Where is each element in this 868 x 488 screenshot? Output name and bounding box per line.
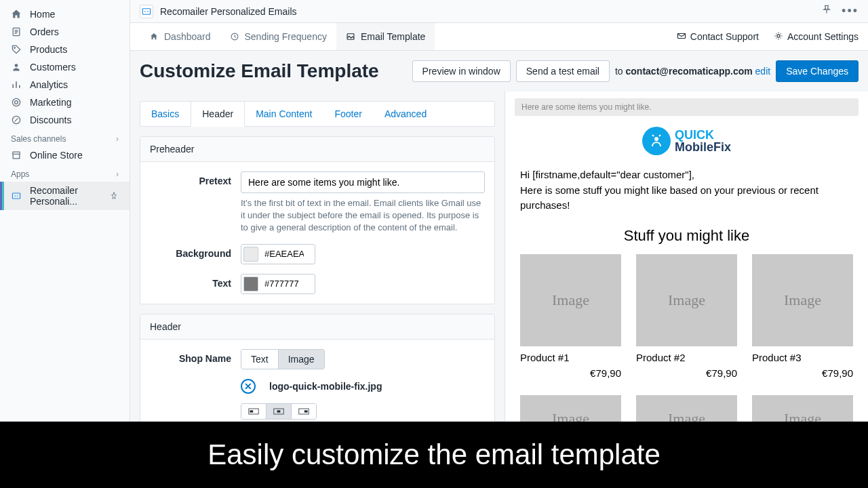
orders-icon [11,26,22,37]
product-name: Product #2 [636,352,737,363]
shopname-label: Shop Name [150,349,231,364]
link-label: Account Settings [787,31,859,42]
formtab-header[interactable]: Header [191,102,245,127]
pin-window-icon[interactable] [821,4,832,18]
account-settings-link[interactable]: Account Settings [774,31,859,43]
gear-icon [774,31,783,43]
nav-products[interactable]: Products [0,41,130,58]
nav-label: Analytics [30,79,68,90]
product-card: Image Product #3 €79,90 [752,254,853,379]
tab-sending-frequency[interactable]: Sending Frequency [220,23,336,50]
app-title: Recomailer Personalized Emails [160,6,297,17]
background-hex-input[interactable] [260,246,308,262]
app-icon [11,190,22,201]
nav-label: Home [30,9,55,20]
product-grid: Image Product #1 €79,90 Image Product #2… [520,254,853,379]
app-logo-icon [140,5,153,18]
contact-support-link[interactable]: Contact Support [677,31,759,43]
nav-customers[interactable]: Customers [0,58,130,76]
nav-analytics[interactable]: Analytics [0,76,130,94]
save-button[interactable]: Save Changes [776,60,859,82]
link-label: Contact Support [690,31,759,42]
remove-file-button[interactable]: ✕ [241,379,256,394]
main: Recomailer Personalized Emails ••• Dashb… [130,0,868,488]
send-test-button[interactable]: Send a test email [516,60,610,82]
nav-label: Products [30,44,67,55]
align-center-option[interactable] [267,404,292,419]
background-color-input[interactable] [241,244,315,264]
nav-label: Marketing [30,97,71,108]
svg-point-3 [12,98,20,106]
shopname-type-toggle: Text Image [241,349,325,369]
color-swatch[interactable] [243,247,258,262]
formtab-main[interactable]: Main Content [245,102,323,126]
image-placeholder: Image [752,254,853,346]
nav-label: Orders [30,26,59,37]
nav-home[interactable]: Home [0,5,130,23]
nav-section-sales[interactable]: Sales channels › [0,129,130,146]
titlebar: Recomailer Personalized Emails ••• [130,0,868,23]
shopname-text-option[interactable]: Text [241,350,279,369]
svg-rect-22 [304,410,308,412]
preheader-card: Preheader Pretext It's the first bit of … [140,136,495,304]
svg-point-11 [144,11,146,12]
product-name: Product #3 [752,352,853,363]
section-label: Apps [11,169,29,179]
shopname-image-option[interactable]: Image [279,350,324,369]
formtab-advanced[interactable]: Advanced [374,102,438,126]
text-color-label: Text [150,274,231,289]
product-price: €79,90 [752,367,853,379]
formtab-footer[interactable]: Footer [323,102,373,126]
svg-rect-6 [12,193,20,199]
more-icon[interactable]: ••• [842,4,859,18]
nav-discounts[interactable]: Discounts [0,111,130,129]
svg-point-8 [17,195,18,197]
color-swatch[interactable] [243,277,258,291]
nav-orders[interactable]: Orders [0,23,130,41]
tag-icon [11,44,22,55]
mail-icon [677,31,686,43]
svg-point-4 [15,101,18,104]
nav-app-recomailer[interactable]: Recomailer Personali... [0,182,130,210]
nav-online-store[interactable]: Online Store [0,146,130,164]
text-hex-input[interactable] [260,276,308,291]
svg-rect-18 [250,410,253,412]
preview-button[interactable]: Preview in window [412,60,511,82]
store-icon [11,150,22,161]
svg-rect-15 [677,33,685,38]
preview-logo: QUICK MobileFix [520,127,853,155]
home-icon [149,32,159,41]
app-tabs: Dashboard Sending Frequency Email Templa… [130,23,868,51]
card-title: Header [140,314,494,340]
tab-dashboard[interactable]: Dashboard [140,23,220,50]
background-label: Background [150,244,231,259]
logo-alignment-toggle [241,403,317,420]
svg-point-23 [654,137,658,141]
svg-point-12 [147,11,149,12]
edit-recipient-link[interactable]: edit [755,66,771,77]
tab-label: Dashboard [164,31,211,42]
formtab-basics[interactable]: Basics [140,102,191,126]
card-title: Preheader [140,137,494,162]
align-left-option[interactable] [241,404,267,419]
align-right-option[interactable] [292,404,316,419]
nav-marketing[interactable]: Marketing [0,94,130,111]
tab-label: Sending Frequency [245,31,327,42]
nav-label: Recomailer Personali... [30,185,101,207]
preview-preheader: Here are some items you might like. [515,98,859,116]
form-tabs: Basics Header Main Content Footer Advanc… [140,101,495,127]
svg-rect-20 [277,410,281,412]
product-card: Image Product #1 €79,90 [520,254,621,379]
pretext-input[interactable] [241,171,485,193]
svg-rect-10 [142,8,150,14]
home-icon [11,9,22,20]
svg-point-7 [15,195,16,197]
nav-label: Customers [30,62,76,73]
tab-email-template[interactable]: Email Template [336,23,435,50]
nav-label: Online Store [30,150,83,161]
image-placeholder: Image [636,254,737,346]
text-color-input[interactable] [241,274,315,294]
nav-section-apps[interactable]: Apps › [0,164,130,182]
send-to-info: to contact@recomaticapp.com edit [615,66,770,77]
pin-icon[interactable] [109,191,119,201]
